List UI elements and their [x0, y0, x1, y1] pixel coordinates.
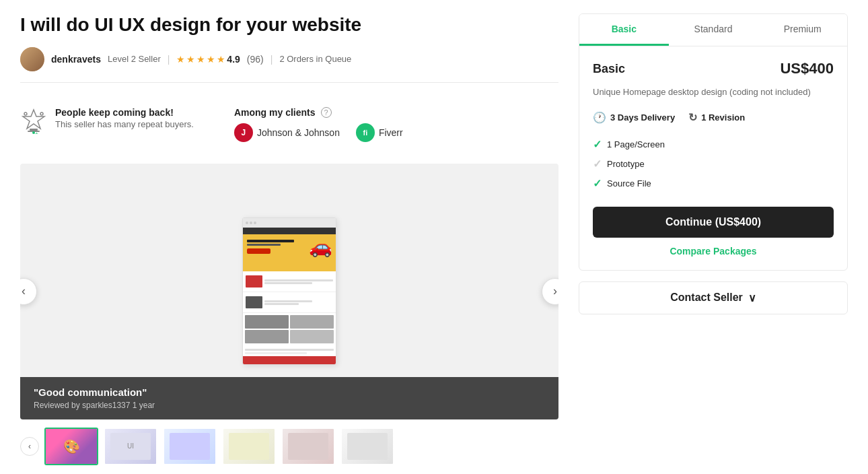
thumbnail-3[interactable]: [163, 428, 217, 465]
features-list: ✓ 1 Page/Screen ✓ Prototype ✓ Source Fil…: [593, 135, 834, 193]
proof-desc: This seller has many repeat buyers.: [55, 119, 194, 129]
right-panel: Basic Standard Premium Basic US$400 Uniq…: [579, 13, 848, 465]
package-description: Unique Homepage desktop design (coding n…: [593, 86, 834, 99]
fiverr-name: Fiverr: [379, 127, 403, 138]
seller-name[interactable]: denkravets: [51, 54, 101, 65]
fiverr-logo: fi: [356, 123, 375, 142]
clients-content: Among my clients ? J Johnson & Johnson f…: [234, 107, 403, 142]
thumbnail-6[interactable]: [340, 428, 394, 465]
help-icon[interactable]: ?: [321, 107, 332, 118]
star-4: ★: [207, 54, 215, 65]
tab-standard[interactable]: Standard: [669, 14, 758, 46]
feature-source-label: Source File: [607, 178, 651, 189]
feature-pages-label: 1 Page/Screen: [607, 139, 665, 149]
delivery-info: 🕐 3 Days Delivery ↻ 1 Revision: [593, 111, 834, 124]
svg-point-3: [40, 112, 43, 115]
chevron-down-icon: ∨: [748, 292, 756, 304]
check-icon-source: ✓: [593, 177, 602, 190]
delivery-days: 🕐 3 Days Delivery: [593, 111, 675, 124]
package-panel: Basic Standard Premium Basic US$400 Uniq…: [579, 13, 848, 271]
feature-prototype-label: Prototype: [607, 159, 645, 169]
repeat-buyers-badge: + People keep coming back! This seller h…: [20, 107, 194, 134]
clients-header: Among my clients ?: [234, 107, 403, 118]
seller-level: Level 2 Seller: [108, 54, 161, 64]
star-3: ★: [196, 54, 205, 65]
thumbnail-4[interactable]: [222, 428, 276, 465]
feature-source: ✓ Source File: [593, 174, 834, 193]
trophy-icon: +: [20, 107, 47, 134]
package-tabs: Basic Standard Premium: [579, 14, 847, 46]
social-proof-area: + People keep coming back! This seller h…: [20, 96, 558, 153]
clients-label: Among my clients: [234, 107, 316, 118]
package-header: Basic US$400: [593, 60, 834, 77]
jj-logo: J: [234, 123, 253, 142]
website-mockup: 🚗: [242, 217, 336, 365]
star-rating: ★ ★ ★ ★ ★ 4.9: [176, 54, 240, 65]
review-count: (96): [247, 54, 264, 65]
main-carousel: ‹ 🚗: [20, 164, 558, 419]
divider: |: [168, 54, 170, 65]
clients-section: Among my clients ? J Johnson & Johnson f…: [234, 107, 403, 142]
thumbnail-1[interactable]: 🎨: [44, 428, 98, 465]
continue-button[interactable]: Continue (US$400): [593, 207, 834, 238]
revisions: ↻ 1 Revision: [688, 111, 745, 124]
client-jj: J Johnson & Johnson: [234, 123, 340, 142]
star-5: ★: [217, 54, 225, 65]
package-price: US$400: [780, 60, 834, 77]
review-meta: Reviewed by sparkles1337 1 year: [34, 401, 545, 410]
star-1: ★: [176, 54, 185, 65]
contact-seller-button[interactable]: Contact Seller ∨: [579, 281, 848, 314]
repeat-buyers-text: People keep coming back! This seller has…: [55, 107, 194, 129]
svg-text:+: +: [35, 131, 38, 134]
compare-packages-link[interactable]: Compare Packages: [593, 246, 834, 257]
package-content: Basic US$400 Unique Homepage desktop des…: [579, 46, 847, 270]
check-icon-prototype: ✓: [593, 158, 602, 170]
clock-icon: 🕐: [593, 111, 606, 124]
review-quote: "Good communication": [34, 386, 545, 398]
delivery-days-label: 3 Days Delivery: [610, 112, 675, 123]
star-2: ★: [186, 54, 195, 65]
check-icon-pages: ✓: [593, 138, 602, 151]
thumb-prev-button[interactable]: ‹: [20, 437, 39, 456]
rating-value: 4.9: [227, 54, 240, 65]
revisions-label: 1 Revision: [701, 112, 745, 123]
page-title: I will do UI UX design for your website: [20, 13, 558, 36]
seller-info-bar: denkravets Level 2 Seller | ★ ★ ★ ★ ★ 4.…: [20, 47, 558, 83]
avatar: [20, 47, 44, 71]
review-overlay: "Good communication" Reviewed by sparkle…: [20, 377, 558, 419]
refresh-icon: ↻: [688, 111, 697, 124]
tab-basic[interactable]: Basic: [579, 14, 669, 46]
jj-name: Johnson & Johnson: [257, 127, 340, 138]
proof-title: People keep coming back!: [55, 107, 194, 118]
client-fiverr: fi Fiverr: [356, 123, 403, 142]
feature-pages: ✓ 1 Page/Screen: [593, 135, 834, 154]
clients-logos: J Johnson & Johnson fi Fiverr: [234, 123, 403, 142]
divider-2: |: [270, 54, 273, 65]
tab-premium[interactable]: Premium: [758, 14, 847, 46]
feature-prototype: ✓ Prototype: [593, 154, 834, 174]
thumbnail-strip: ‹ 🎨 UI: [20, 428, 558, 465]
thumbnail-5[interactable]: [281, 428, 335, 465]
orders-queue: 2 Orders in Queue: [279, 54, 351, 64]
svg-point-2: [24, 112, 27, 115]
contact-seller-label: Contact Seller: [670, 292, 743, 304]
package-name: Basic: [593, 62, 625, 76]
thumbnail-2[interactable]: UI: [104, 428, 157, 465]
